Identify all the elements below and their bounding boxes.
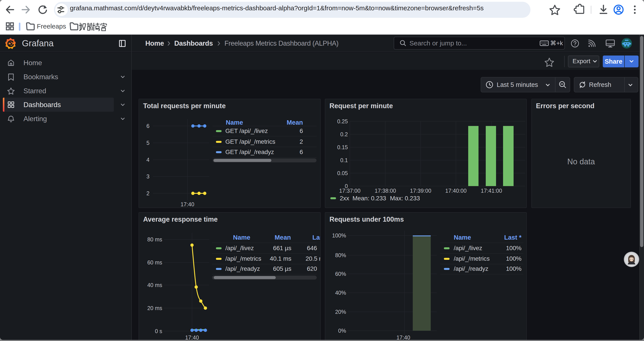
svg-text:20%: 20%	[335, 309, 346, 315]
svg-text:20 ms: 20 ms	[147, 305, 162, 311]
svg-text:17:39:00: 17:39:00	[410, 188, 431, 194]
svg-text:17:40: 17:40	[185, 334, 199, 340]
svg-text:80 ms: 80 ms	[147, 236, 162, 242]
svg-text:17:38:00: 17:38:00	[374, 188, 396, 194]
svg-text:0%: 0%	[338, 327, 346, 334]
svg-text:0.05: 0.05	[337, 170, 348, 176]
svg-text:60%: 60%	[335, 271, 346, 277]
svg-text:17:40:00: 17:40:00	[445, 188, 466, 194]
svg-text:0.2: 0.2	[340, 131, 348, 137]
svg-text:80%: 80%	[335, 252, 346, 258]
svg-text:6: 6	[146, 123, 150, 129]
svg-text:0.1: 0.1	[340, 157, 348, 163]
svg-text:60 ms: 60 ms	[147, 259, 162, 265]
svg-text:17:41:00: 17:41:00	[481, 188, 502, 194]
svg-text:17:40: 17:40	[396, 334, 410, 340]
svg-text:17:40: 17:40	[180, 201, 194, 207]
svg-text:3: 3	[146, 173, 150, 179]
svg-text:5: 5	[146, 140, 150, 146]
svg-text:17:37:00: 17:37:00	[339, 188, 360, 194]
svg-text:40 ms: 40 ms	[147, 282, 162, 288]
svg-text:4: 4	[146, 157, 150, 163]
svg-text:0.15: 0.15	[337, 144, 348, 150]
svg-text:100%: 100%	[332, 232, 346, 238]
svg-text:0.25: 0.25	[337, 118, 348, 124]
svg-text:40%: 40%	[335, 290, 346, 296]
svg-text:0 s: 0 s	[155, 328, 162, 334]
svg-text:2: 2	[146, 190, 150, 196]
